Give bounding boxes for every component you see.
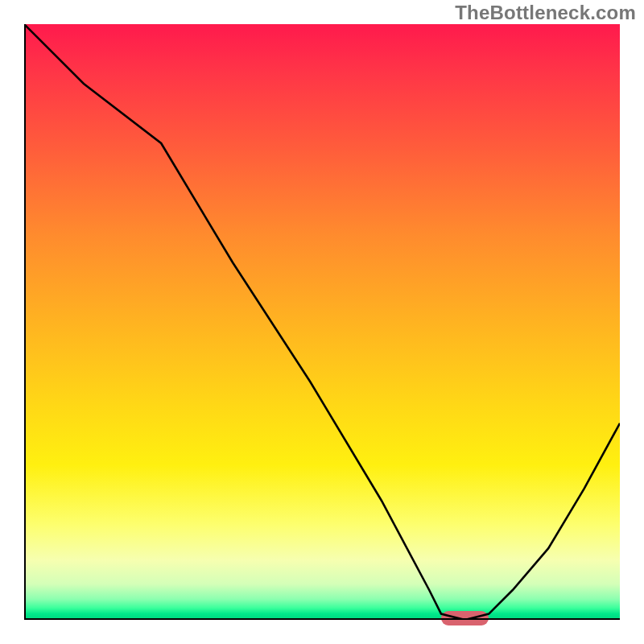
watermark-text: TheBottleneck.com xyxy=(455,2,636,24)
chart-container: TheBottleneck.com xyxy=(0,0,644,644)
optimal-range-marker xyxy=(441,611,489,625)
gradient-background xyxy=(24,24,620,620)
plot-area xyxy=(24,24,620,620)
